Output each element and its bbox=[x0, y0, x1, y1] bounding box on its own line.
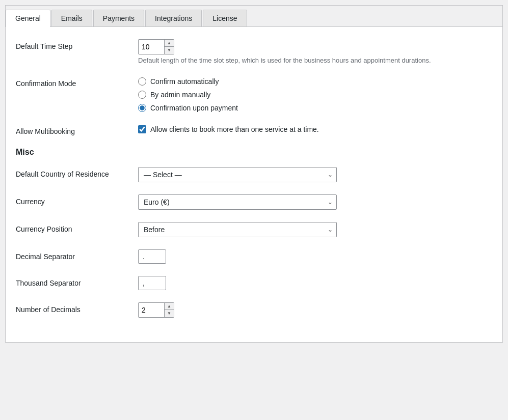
currency-row: Currency Euro (€) ⌄ bbox=[16, 194, 492, 210]
number-of-decimals-control: ▲ ▼ bbox=[138, 302, 492, 318]
time-step-input[interactable] bbox=[139, 41, 164, 53]
currency-position-select[interactable]: Before After bbox=[138, 222, 337, 237]
time-step-down-button[interactable]: ▼ bbox=[165, 47, 174, 54]
currency-control: Euro (€) ⌄ bbox=[138, 194, 492, 210]
page-wrapper: General Emails Payments Integrations Lic… bbox=[0, 0, 508, 420]
default-time-step-control: ▲ ▼ Default length of the time slot step… bbox=[138, 39, 492, 64]
confirmation-mode-label: Confirmation Mode bbox=[16, 76, 138, 88]
radio-confirm-manual[interactable]: By admin manually bbox=[138, 91, 492, 99]
currency-position-label: Currency Position bbox=[16, 222, 138, 233]
time-step-up-button[interactable]: ▲ bbox=[165, 40, 174, 47]
misc-section-title: Misc bbox=[16, 148, 492, 157]
radio-confirm-auto-label: Confirm automatically bbox=[150, 77, 219, 86]
tabs-container: General Emails Payments Integrations Lic… bbox=[5, 5, 503, 343]
number-of-decimals-input[interactable] bbox=[139, 304, 164, 316]
thousand-separator-input[interactable] bbox=[138, 276, 166, 290]
radio-confirm-manual-label: By admin manually bbox=[150, 91, 210, 99]
decimals-spinner: ▲ ▼ bbox=[164, 303, 174, 317]
allow-multibooking-label: Allow Multibooking bbox=[16, 124, 138, 135]
decimal-separator-row: Decimal Separator bbox=[16, 249, 492, 264]
radio-confirm-payment-label: Confirmation upon payment bbox=[150, 104, 238, 112]
tabs-header: General Emails Payments Integrations Lic… bbox=[6, 6, 502, 27]
radio-confirm-payment[interactable]: Confirmation upon payment bbox=[138, 104, 492, 112]
decimals-down-button[interactable]: ▼ bbox=[165, 310, 174, 317]
multibooking-checkbox-label: Allow clients to book more than one serv… bbox=[150, 125, 319, 133]
tab-emails[interactable]: Emails bbox=[51, 10, 92, 26]
thousand-separator-control bbox=[138, 276, 492, 290]
default-country-label: Default Country of Residence bbox=[16, 167, 138, 178]
allow-multibooking-row: Allow Multibooking Allow clients to book… bbox=[16, 124, 492, 135]
currency-position-select-wrapper: Before After ⌄ bbox=[138, 222, 337, 237]
currency-select-wrapper: Euro (€) ⌄ bbox=[138, 194, 337, 210]
radio-confirm-manual-input[interactable] bbox=[138, 91, 146, 99]
default-country-control: — Select — ⌄ bbox=[138, 167, 492, 182]
currency-position-row: Currency Position Before After ⌄ bbox=[16, 222, 492, 237]
decimals-up-button[interactable]: ▲ bbox=[165, 303, 174, 310]
tab-general[interactable]: General bbox=[6, 10, 50, 27]
decimal-separator-label: Decimal Separator bbox=[16, 249, 138, 261]
radio-confirm-auto-input[interactable] bbox=[138, 77, 146, 86]
tab-payments[interactable]: Payments bbox=[93, 10, 144, 26]
default-country-row: Default Country of Residence — Select — … bbox=[16, 167, 492, 182]
confirmation-mode-control: Confirm automatically By admin manually … bbox=[138, 76, 492, 112]
tab-license[interactable]: License bbox=[203, 10, 247, 26]
default-time-step-row: Default Time Step ▲ ▼ Default length of … bbox=[16, 39, 492, 64]
time-step-input-wrapper: ▲ ▼ bbox=[138, 39, 174, 54]
thousand-separator-row: Thousand Separator bbox=[16, 276, 492, 290]
multibooking-checkbox[interactable] bbox=[138, 125, 146, 133]
decimal-separator-control bbox=[138, 249, 492, 264]
currency-label: Currency bbox=[16, 194, 138, 206]
radio-confirm-auto[interactable]: Confirm automatically bbox=[138, 77, 492, 86]
currency-position-control: Before After ⌄ bbox=[138, 222, 492, 237]
decimals-input-wrapper: ▲ ▼ bbox=[138, 302, 174, 318]
time-step-hint: Default length of the time slot step, wh… bbox=[138, 57, 492, 64]
confirmation-mode-radio-group: Confirm automatically By admin manually … bbox=[138, 76, 492, 112]
multibooking-checkbox-item[interactable]: Allow clients to book more than one serv… bbox=[138, 124, 492, 133]
time-step-spinner: ▲ ▼ bbox=[164, 40, 174, 54]
decimal-separator-input[interactable] bbox=[138, 249, 166, 264]
confirmation-mode-row: Confirmation Mode Confirm automatically … bbox=[16, 76, 492, 112]
default-country-select[interactable]: — Select — bbox=[138, 167, 337, 182]
thousand-separator-label: Thousand Separator bbox=[16, 276, 138, 287]
number-of-decimals-row: Number of Decimals ▲ ▼ bbox=[16, 302, 492, 318]
default-country-select-wrapper: — Select — ⌄ bbox=[138, 167, 337, 182]
allow-multibooking-control: Allow clients to book more than one serv… bbox=[138, 124, 492, 133]
default-time-step-label: Default Time Step bbox=[16, 39, 138, 50]
number-of-decimals-label: Number of Decimals bbox=[16, 302, 138, 314]
currency-select[interactable]: Euro (€) bbox=[138, 194, 337, 210]
radio-confirm-payment-input[interactable] bbox=[138, 104, 146, 112]
tab-integrations[interactable]: Integrations bbox=[145, 10, 202, 26]
tab-general-content: Default Time Step ▲ ▼ Default length of … bbox=[6, 27, 502, 342]
